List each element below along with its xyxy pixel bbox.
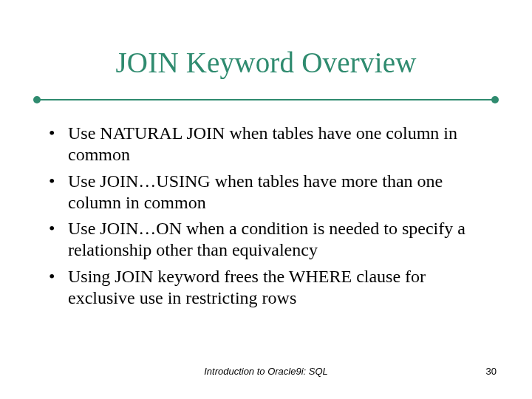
divider-dot-right xyxy=(491,96,499,103)
title-divider xyxy=(35,96,497,103)
bullet-list: Use NATURAL JOIN when tables have one co… xyxy=(49,123,488,313)
list-item: Use JOIN…ON when a condition is needed t… xyxy=(49,218,488,262)
list-item: Using JOIN keyword frees the WHERE claus… xyxy=(49,266,488,310)
list-item: Use NATURAL JOIN when tables have one co… xyxy=(49,123,488,166)
divider-line xyxy=(35,99,497,100)
footer-text: Introduction to Oracle9i: SQL xyxy=(0,366,532,377)
slide: JOIN Keyword Overview Use NATURAL JOIN w… xyxy=(0,0,532,399)
slide-title: JOIN Keyword Overview xyxy=(0,0,532,79)
list-item: Use JOIN…USING when tables have more tha… xyxy=(49,171,488,214)
page-number: 30 xyxy=(486,366,497,377)
